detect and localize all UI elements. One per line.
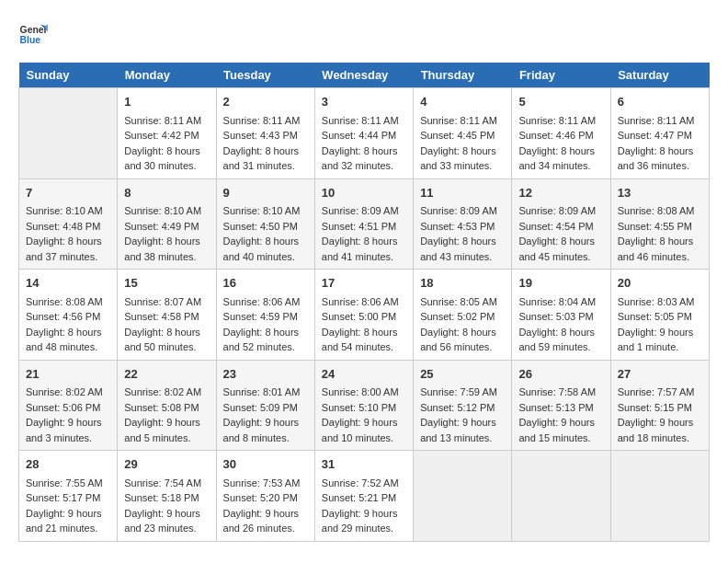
day-number: 22 [124, 365, 209, 384]
day-info-line: Daylight: 8 hours [518, 144, 603, 159]
day-info-line: Daylight: 8 hours [322, 325, 406, 340]
day-info-line: Daylight: 9 hours [124, 506, 209, 522]
day-info-line: Sunrise: 7:52 AM [322, 476, 406, 491]
day-info-line: Daylight: 9 hours [223, 415, 308, 431]
day-info-line: Daylight: 8 hours [223, 234, 308, 249]
calendar-header: SundayMondayTuesdayWednesdayThursdayFrid… [19, 63, 710, 88]
day-info-line: Sunrise: 8:10 AM [223, 203, 308, 219]
calendar-cell: 12Sunrise: 8:09 AMSunset: 4:54 PMDayligh… [512, 178, 610, 270]
day-number: 29 [124, 455, 209, 474]
col-header-thursday: Thursday [414, 63, 512, 88]
day-info-line: and 29 minutes. [322, 521, 406, 536]
day-info-line: Sunrise: 8:02 AM [124, 385, 209, 400]
day-info-line: Sunset: 5:20 PM [223, 490, 308, 506]
day-info-line: Sunrise: 8:09 AM [518, 203, 603, 219]
day-info-line: Daylight: 9 hours [124, 415, 209, 431]
day-info-line: Daylight: 8 hours [322, 234, 406, 249]
day-info-line: Daylight: 9 hours [518, 415, 603, 431]
day-info-line: Sunset: 4:45 PM [420, 128, 505, 144]
day-info-line: Daylight: 8 hours [518, 234, 603, 249]
day-info-line: Sunset: 5:03 PM [518, 309, 603, 325]
day-info-line: Sunset: 5:08 PM [124, 400, 209, 416]
calendar-cell [610, 451, 709, 542]
calendar-cell [19, 88, 118, 179]
day-info-line: and 26 minutes. [223, 521, 308, 536]
day-info-line: Sunset: 4:58 PM [124, 309, 209, 325]
calendar-cell: 22Sunrise: 8:02 AMSunset: 5:08 PMDayligh… [118, 360, 216, 451]
day-info-line: Sunset: 5:10 PM [322, 400, 406, 416]
day-info-line: Daylight: 8 hours [124, 325, 209, 340]
day-info-line: Sunrise: 8:05 AM [420, 294, 505, 310]
day-info-line: Sunrise: 8:02 AM [26, 385, 110, 400]
day-info-line: and 59 minutes. [518, 339, 603, 355]
day-number: 13 [618, 184, 702, 202]
day-number: 4 [420, 93, 505, 111]
day-info-line: Sunrise: 8:03 AM [618, 294, 702, 310]
day-info-line: and 15 minutes. [518, 431, 603, 446]
day-number: 8 [124, 184, 209, 202]
day-number: 24 [322, 365, 406, 384]
day-info-line: Daylight: 9 hours [420, 415, 505, 431]
day-info-line: Sunset: 4:49 PM [124, 219, 209, 235]
day-info-line: Sunrise: 8:11 AM [322, 113, 406, 129]
day-info-line: Daylight: 8 hours [223, 144, 308, 159]
day-info-line: and 32 minutes. [322, 158, 406, 174]
day-info-line: Daylight: 8 hours [223, 325, 308, 340]
day-info-line: Daylight: 8 hours [420, 234, 505, 249]
day-number: 15 [124, 274, 209, 293]
day-info-line: Sunset: 5:06 PM [26, 400, 110, 416]
day-info-line: Sunrise: 7:59 AM [420, 385, 505, 400]
day-info-line: Sunset: 5:00 PM [322, 309, 406, 325]
day-info-line: Sunrise: 7:53 AM [223, 476, 308, 491]
day-number: 6 [618, 93, 702, 111]
calendar-cell: 30Sunrise: 7:53 AMSunset: 5:20 PMDayligh… [216, 451, 314, 542]
day-info-line: Daylight: 8 hours [26, 234, 110, 249]
day-info-line: and 8 minutes. [223, 431, 308, 446]
calendar-cell: 9Sunrise: 8:10 AMSunset: 4:50 PMDaylight… [216, 178, 314, 270]
calendar-cell [414, 451, 512, 542]
day-number: 11 [420, 184, 505, 202]
day-info-line: and 50 minutes. [124, 339, 209, 355]
day-number: 19 [518, 274, 603, 293]
day-number: 20 [618, 274, 702, 293]
calendar-cell: 21Sunrise: 8:02 AMSunset: 5:06 PMDayligh… [19, 360, 118, 451]
day-info-line: Sunrise: 8:11 AM [223, 113, 308, 129]
day-info-line: and 18 minutes. [618, 431, 702, 446]
day-info-line: and 3 minutes. [26, 431, 110, 446]
logo: General Blue [18, 18, 51, 48]
col-header-friday: Friday [512, 63, 610, 88]
day-info-line: Sunset: 4:53 PM [420, 219, 505, 235]
col-header-saturday: Saturday [610, 63, 709, 88]
day-info-line: and 30 minutes. [124, 158, 209, 174]
calendar-cell: 29Sunrise: 7:54 AMSunset: 5:18 PMDayligh… [118, 451, 216, 542]
day-info-line: Sunset: 4:44 PM [322, 128, 406, 144]
day-info-line: and 31 minutes. [223, 158, 308, 174]
day-info-line: Sunset: 5:18 PM [124, 490, 209, 506]
day-info-line: and 33 minutes. [420, 158, 505, 174]
day-number: 30 [223, 455, 308, 474]
day-number: 21 [26, 365, 110, 384]
day-info-line: and 5 minutes. [124, 431, 209, 446]
day-info-line: and 34 minutes. [518, 158, 603, 174]
col-header-tuesday: Tuesday [216, 63, 314, 88]
day-info-line: and 10 minutes. [322, 431, 406, 446]
day-info-line: Sunrise: 8:10 AM [26, 203, 110, 219]
calendar-cell: 23Sunrise: 8:01 AMSunset: 5:09 PMDayligh… [216, 360, 314, 451]
day-info-line: and 37 minutes. [26, 249, 110, 265]
day-info-line: and 48 minutes. [26, 339, 110, 355]
day-info-line: and 43 minutes. [420, 249, 505, 265]
day-info-line: Sunrise: 8:11 AM [518, 113, 603, 129]
day-info-line: and 1 minute. [618, 339, 702, 355]
day-number: 31 [322, 455, 406, 474]
day-info-line: Sunrise: 8:08 AM [26, 294, 110, 310]
day-number: 26 [518, 365, 603, 384]
day-info-line: Sunset: 5:17 PM [26, 490, 110, 506]
day-info-line: Sunset: 5:02 PM [420, 309, 505, 325]
day-info-line: Daylight: 9 hours [223, 506, 308, 522]
day-info-line: Daylight: 8 hours [618, 234, 702, 249]
svg-text:Blue: Blue [20, 35, 41, 45]
calendar-cell: 16Sunrise: 8:06 AMSunset: 4:59 PMDayligh… [216, 270, 314, 361]
logo-icon: General Blue [18, 18, 48, 48]
day-number: 1 [124, 93, 209, 111]
calendar-cell: 20Sunrise: 8:03 AMSunset: 5:05 PMDayligh… [610, 270, 709, 361]
